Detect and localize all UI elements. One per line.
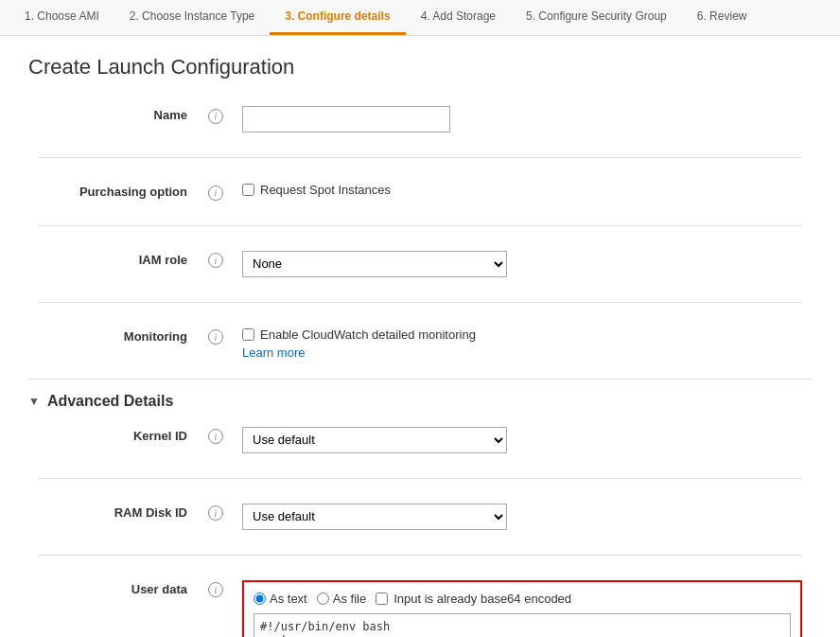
wizard-tabs: 1. Choose AMI 2. Choose Instance Type 3.… bbox=[0, 0, 840, 36]
name-label: Name bbox=[28, 98, 199, 140]
tab-review[interactable]: 6. Review bbox=[682, 0, 762, 35]
purchasing-option-checkbox-label[interactable]: Request Spot Instances bbox=[242, 183, 802, 197]
base64-checkbox[interactable] bbox=[376, 593, 388, 605]
ram-disk-id-label: RAM Disk ID bbox=[28, 496, 199, 538]
tab-configure-security-group[interactable]: 5. Configure Security Group bbox=[511, 0, 682, 35]
base64-label[interactable]: Input is already base64 encoded bbox=[376, 592, 571, 606]
monitoring-checkbox[interactable] bbox=[242, 328, 254, 341]
user-data-options: As text As file Input is already base64 … bbox=[254, 592, 791, 606]
tab-choose-instance-type[interactable]: 2. Choose Instance Type bbox=[114, 0, 271, 35]
monitoring-info-icon[interactable]: i bbox=[208, 329, 223, 345]
iam-role-info-icon[interactable]: i bbox=[208, 253, 223, 268]
purchasing-option-label: Purchasing option bbox=[28, 175, 199, 208]
purchasing-option-text: Request Spot Instances bbox=[260, 183, 391, 197]
as-file-text: As file bbox=[333, 592, 366, 606]
kernel-id-info-icon[interactable]: i bbox=[208, 429, 223, 444]
as-text-text: As text bbox=[270, 592, 307, 606]
as-text-label[interactable]: As text bbox=[254, 592, 307, 606]
as-file-label[interactable]: As file bbox=[317, 592, 366, 606]
ram-disk-id-row: RAM Disk ID i Use default bbox=[28, 496, 812, 538]
tab-configure-details[interactable]: 3. Configure details bbox=[270, 0, 405, 35]
advanced-details-label: Advanced Details bbox=[47, 393, 173, 410]
purchasing-option-checkbox[interactable] bbox=[242, 184, 254, 196]
tab-choose-ami[interactable]: 1. Choose AMI bbox=[9, 0, 114, 35]
iam-role-select[interactable]: None bbox=[242, 251, 507, 277]
iam-role-label: IAM role bbox=[28, 243, 199, 285]
purchasing-info-icon[interactable]: i bbox=[208, 186, 223, 201]
monitoring-checkbox-label[interactable]: Enable CloudWatch detailed monitoring bbox=[242, 327, 802, 342]
monitoring-label: Monitoring bbox=[28, 320, 199, 367]
purchasing-option-row: Purchasing option i Request Spot Instanc… bbox=[28, 175, 812, 208]
as-text-radio[interactable] bbox=[254, 593, 266, 605]
as-file-radio[interactable] bbox=[317, 593, 329, 605]
monitoring-controls: Enable CloudWatch detailed monitoring Le… bbox=[242, 327, 802, 360]
name-input[interactable] bbox=[242, 106, 450, 133]
name-row: Name i bbox=[28, 98, 812, 140]
ram-disk-id-info-icon[interactable]: i bbox=[208, 505, 223, 521]
page-title: Create Launch Configuration bbox=[28, 55, 812, 80]
form-table: Name i Purchasing option i Request Spot … bbox=[28, 98, 812, 367]
iam-role-row: IAM role i None bbox=[28, 243, 812, 285]
user-data-row: User data i As text As file bbox=[28, 573, 812, 638]
monitoring-row: Monitoring i Enable CloudWatch detailed … bbox=[28, 320, 812, 367]
kernel-id-label: Kernel ID bbox=[28, 419, 199, 461]
learn-more-link[interactable]: Learn more bbox=[242, 345, 802, 360]
ram-disk-id-select[interactable]: Use default bbox=[242, 504, 507, 530]
monitoring-text: Enable CloudWatch detailed monitoring bbox=[260, 327, 476, 342]
user-data-label: User data bbox=[28, 573, 199, 638]
advanced-details-header[interactable]: ▼ Advanced Details bbox=[28, 393, 812, 410]
base64-text: Input is already base64 encoded bbox=[394, 592, 571, 606]
kernel-id-row: Kernel ID i Use default bbox=[28, 419, 812, 461]
user-data-info-icon[interactable]: i bbox=[208, 582, 223, 597]
advanced-details-table: Kernel ID i Use default RAM Disk ID i Us… bbox=[28, 419, 812, 638]
name-info-icon[interactable]: i bbox=[208, 109, 223, 124]
tab-add-storage[interactable]: 4. Add Storage bbox=[406, 0, 511, 35]
user-data-textarea[interactable]: #!/usr/bin/env bash wget https://app.dee… bbox=[254, 613, 791, 638]
advanced-details-chevron-icon: ▼ bbox=[28, 395, 40, 408]
kernel-id-select[interactable]: Use default bbox=[242, 427, 507, 453]
user-data-highlight-box: As text As file Input is already base64 … bbox=[242, 580, 802, 638]
